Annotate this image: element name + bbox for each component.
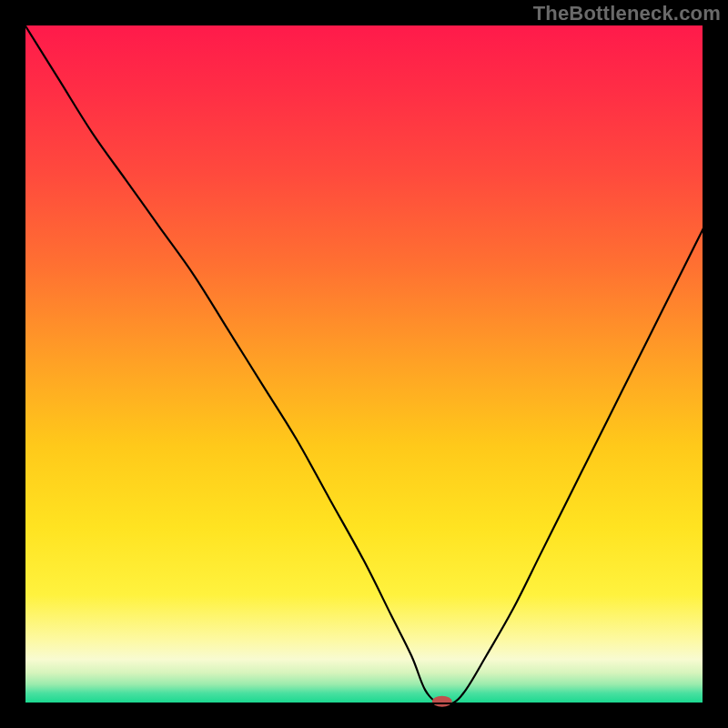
watermark-text: TheBottleneck.com: [533, 2, 721, 25]
bottleneck-chart: [0, 0, 728, 728]
chart-stage: TheBottleneck.com: [0, 0, 728, 728]
optimal-point-marker: [432, 696, 452, 707]
plot-background: [25, 25, 703, 703]
